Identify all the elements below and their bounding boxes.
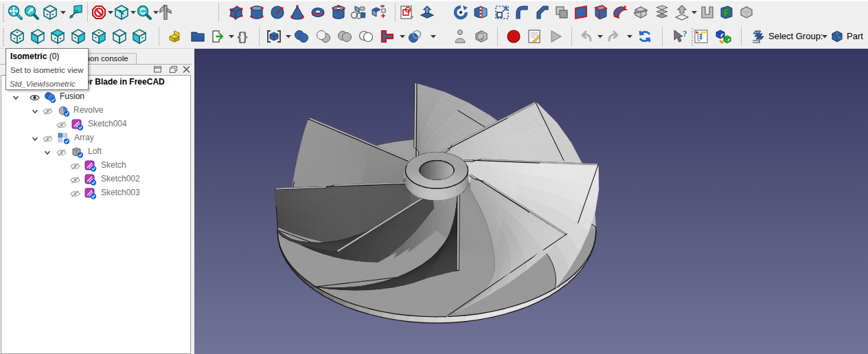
svg-text:{}: {}: [238, 29, 248, 43]
svg-text:?: ?: [683, 28, 687, 38]
